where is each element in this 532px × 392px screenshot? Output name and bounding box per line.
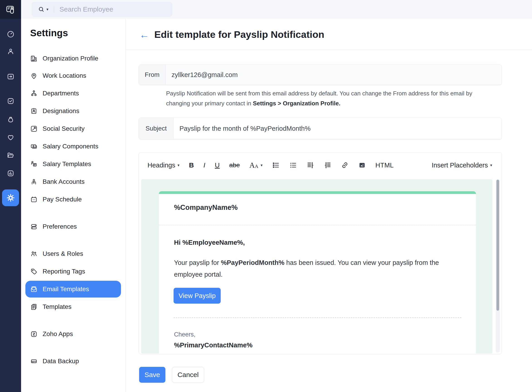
sidebar-item-pay-schedule[interactable]: Pay Schedule [25,192,121,206]
sidebar-item-email-templates[interactable]: Email Templates [25,281,121,298]
email-preview-card: %CompanyName% Hi %EmployeeName%, Your pa… [159,191,476,354]
view-payslip-button[interactable]: View Payslip [173,288,221,304]
cancel-button[interactable]: Cancel [172,367,204,383]
leave-icon[interactable] [0,73,21,81]
dashboard-icon[interactable] [0,30,21,38]
users-icon [30,250,38,258]
closing-text: Cheers, [174,331,196,338]
employees-icon[interactable] [0,47,21,56]
underline-button[interactable]: U [215,161,220,169]
id-card-icon [30,107,38,115]
sidebar-item-social-security[interactable]: Social Security [25,122,121,136]
calendar-icon [30,196,38,203]
sidebar-item-preferences[interactable]: Preferences [25,219,121,234]
sidebar-item-bank-accounts[interactable]: Bank Accounts [25,175,121,189]
zoho-icon [30,330,38,338]
numbered-list-button[interactable] [289,161,297,169]
benefits-icon[interactable] [0,133,21,141]
insert-placeholders-dropdown[interactable]: Insert Placeholders▾ [432,162,492,169]
sidebar-item-departments[interactable]: Departments [25,86,121,100]
bullet-list-button[interactable] [272,161,280,169]
sidebar-item-label: Users & Roles [43,250,83,257]
reports-icon[interactable] [0,169,21,177]
sidebar-item-zoho-apps[interactable]: Zoho Apps [25,327,121,341]
outdent-button[interactable] [307,161,314,169]
card-body: %CompanyName% Hi %EmployeeName%, Your pa… [159,194,476,354]
sidebar-item-label: Salary Components [43,143,98,150]
sidebar-item-label: Designations [43,107,79,115]
settings-sidebar: Settings Organization Profile Work Locat… [21,19,126,392]
sidebar-item-label: Email Templates [43,285,89,293]
search-input[interactable]: ▾ Search Employee [32,2,172,17]
app-rail [0,0,21,392]
sidebar-item-organization-profile[interactable]: Organization Profile [25,51,121,65]
drive-icon [30,358,38,365]
pay-runs-icon[interactable] [0,116,21,124]
greeting-text: Hi %EmployeeName%, [174,239,245,246]
search-divider [54,6,54,13]
italic-button[interactable]: I [203,161,205,169]
from-value-input[interactable]: zyllker126@gmail.com [166,65,502,85]
sidebar-item-label: Pay Schedule [43,196,82,203]
back-arrow-icon[interactable]: ← [139,30,149,40]
card-accent-bar [159,191,476,194]
headings-dropdown[interactable]: Headings▾ [148,162,179,169]
subject-value-input[interactable]: Payslip for the month of %PayPeriodMonth… [173,118,502,139]
sidebar-item-users-roles[interactable]: Users & Roles [25,247,121,261]
html-button[interactable]: HTML [375,162,394,169]
sidebar-item-label: Templates [43,303,72,310]
tag-icon [30,268,38,275]
envelope-icon [30,285,38,293]
sidebar-item-data-backup[interactable]: Data Backup [25,354,121,368]
link-button[interactable] [341,161,349,169]
signature-placeholder: %PrimaryContactName% [174,341,253,349]
approvals-icon[interactable] [0,97,21,105]
dashed-divider [173,317,461,318]
from-label: From [139,65,166,85]
person-bank-icon [30,178,38,186]
bold-button[interactable]: B [189,161,194,169]
subject-label: Subject [139,118,173,139]
editor-scrollbar-thumb[interactable] [496,180,499,311]
strikethrough-button[interactable]: abe [229,162,240,169]
topbar: ▾ Search Employee [21,0,532,19]
sidebar-item-label: Data Backup [43,358,79,365]
save-button[interactable]: Save [139,367,165,383]
sidebar-item-label: Zoho Apps [43,330,73,338]
indent-button[interactable] [324,161,331,169]
email-template-editor: Headings▾ B I U abe AA▾ HTML Insert Plac… [139,152,502,354]
sidebar-item-label: Bank Accounts [43,178,84,185]
sidebar-item-templates[interactable]: Templates [25,300,121,314]
sidebar-title: Settings [30,28,68,38]
header-divider [126,50,532,50]
sidebar-item-work-locations[interactable]: Work Locations [25,69,121,83]
chevron-down-icon: ▾ [178,163,180,168]
from-help-text: Payslip Notification will be sent from t… [166,88,497,108]
sidebar-item-label: Work Locations [43,72,86,79]
gavel-icon [30,125,38,133]
chevron-down-icon: ▾ [490,163,492,168]
sidebar-item-label: Salary Templates [43,160,91,168]
sidebar-item-label: Reporting Tags [43,268,85,275]
sidebar-item-label: Social Security [43,125,84,132]
from-field: From zyllker126@gmail.com [139,65,502,85]
font-size-dropdown[interactable]: AA▾ [249,161,262,169]
search-placeholder: Search Employee [60,5,113,13]
sidebar-item-salary-components[interactable]: Salary Components [25,139,121,153]
documents-icon[interactable] [0,151,21,159]
sidebar-item-label: Preferences [43,223,77,230]
sidebar-item-designations[interactable]: Designations [25,104,121,118]
search-scope-caret-icon[interactable]: ▾ [47,7,48,12]
sidebar-item-label: Organization Profile [43,55,98,62]
dotted-divider [159,225,476,225]
page-title: Edit template for Payslip Notification [154,29,324,40]
map-pin-icon [30,72,38,79]
sidebar-item-salary-templates[interactable]: Salary Templates [25,157,121,171]
payroll-logo-icon[interactable] [0,0,21,19]
main-content: ← Edit template for Payslip Notification… [126,19,532,392]
settings-icon[interactable] [2,189,19,206]
editor-body[interactable]: %CompanyName% Hi %EmployeeName%, Your pa… [139,178,502,354]
sidebar-item-reporting-tags[interactable]: Reporting Tags [25,264,121,279]
image-button[interactable] [358,161,366,169]
editor-toolbar: Headings▾ B I U abe AA▾ HTML Insert Plac… [139,153,502,178]
